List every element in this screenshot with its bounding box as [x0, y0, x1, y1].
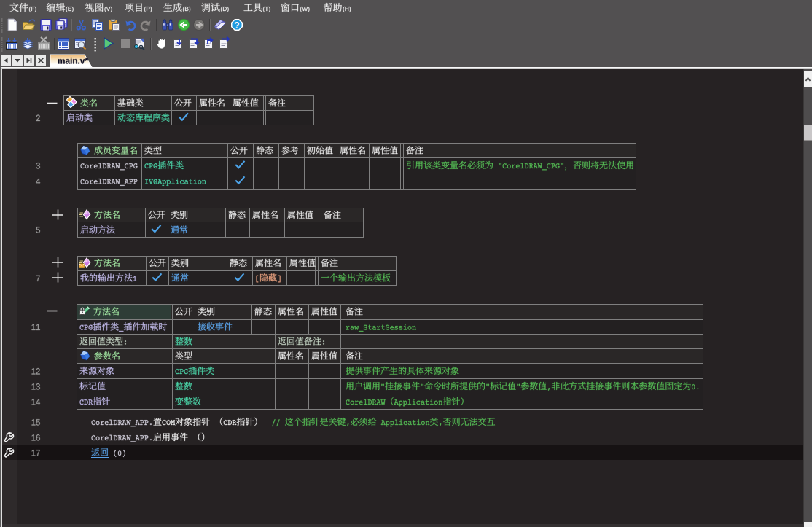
svg-text:?: ? — [234, 20, 239, 31]
